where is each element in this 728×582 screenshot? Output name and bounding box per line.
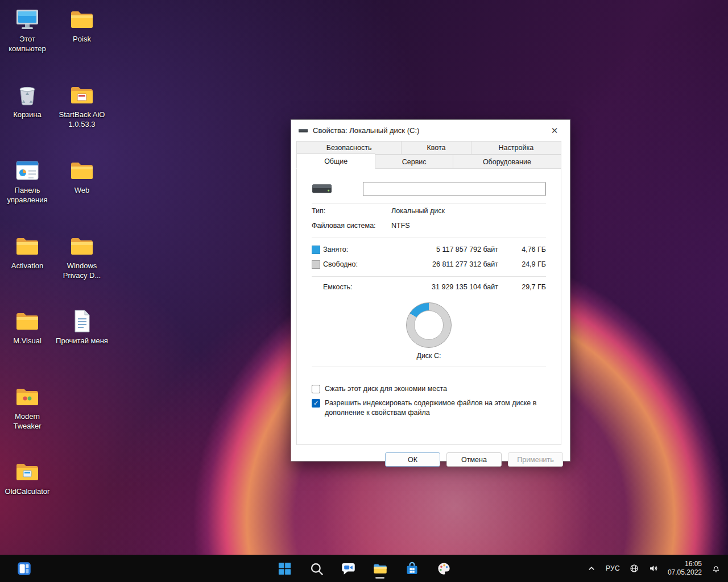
folder-icon [13, 383, 42, 410]
index-option-row[interactable]: Разрешить индексировать содержимое файло… [297, 398, 561, 417]
cancel-button[interactable]: Отмена [446, 452, 502, 467]
apply-button[interactable]: Применить [508, 452, 563, 467]
disk-usage-chart [406, 302, 452, 348]
desktop-icon-poisk[interactable]: Poisk [55, 6, 109, 44]
tab-strip-front: Общие Сервис Оборудование [296, 155, 561, 169]
store-button[interactable] [400, 557, 423, 580]
notification-center-button[interactable] [708, 557, 725, 580]
speaker-icon [648, 563, 659, 573]
general-tab-page: Тип: Локальный диск Файловая система: NT… [296, 168, 561, 445]
capacity-size: 29,7 ГБ [498, 283, 546, 291]
recycle-bin-icon [13, 81, 42, 109]
running-app-indicator [375, 577, 384, 579]
taskbar-clock[interactable]: 16:05 07.05.2022 [664, 560, 705, 577]
folder-icon [67, 232, 97, 260]
folder-icon [67, 6, 97, 33]
disk-usage-pie [406, 302, 452, 348]
tab-hardware[interactable]: Оборудование [453, 155, 561, 169]
desktop-icon-label: StartBack AiO 1.0.53.3 [55, 110, 109, 130]
search-button[interactable] [305, 557, 328, 580]
dialog-title: Свойства: Локальный диск (C:) [313, 126, 419, 135]
clock-date: 07.05.2022 [668, 568, 702, 577]
tab-quota[interactable]: Квота [402, 141, 471, 155]
chevron-up-icon [586, 563, 597, 573]
compress-checkbox[interactable] [312, 385, 320, 393]
search-icon [309, 561, 324, 576]
start-button[interactable] [273, 557, 296, 580]
network-button[interactable] [626, 557, 643, 580]
desktop-icon-windows-privacy[interactable]: Windows Privacy D... [55, 232, 109, 281]
tab-strip-back: Безопасность Квота Настройка [296, 141, 561, 155]
tab-general[interactable]: Общие [296, 153, 375, 169]
desktop-icon-startback[interactable]: StartBack AiO 1.0.53.3 [55, 81, 109, 130]
desktop-icon-label: Прочитай меня [55, 336, 109, 346]
windows-logo-icon [277, 561, 292, 576]
desktop-icon-modern-tweaker[interactable]: Modern Tweaker [0, 383, 55, 431]
tab-customize[interactable]: Настройка [471, 141, 561, 155]
desktop-icon-readme[interactable]: Прочитай меня [55, 307, 109, 346]
tab-security[interactable]: Безопасность [296, 141, 402, 155]
bell-icon [711, 563, 721, 573]
used-space-swatch [312, 246, 320, 254]
taskbar: РУС 16:05 07.05.2022 [0, 555, 728, 582]
desktop-icon-label: Modern Tweaker [0, 412, 55, 431]
document-icon [67, 307, 97, 335]
desktop-icon-label: M.Visual [0, 336, 55, 346]
desktop-icon-recycle-bin[interactable]: Корзина [0, 81, 55, 120]
separator [312, 238, 546, 238]
tray-overflow-button[interactable] [583, 557, 600, 580]
widgets-button[interactable] [13, 557, 35, 580]
control-panel-icon [13, 157, 42, 184]
dialog-button-row: ОК Отмена Применить [291, 445, 570, 467]
paint-button[interactable] [432, 557, 455, 580]
tab-tools[interactable]: Сервис [375, 155, 453, 169]
filesystem-label: Файловая система: [312, 222, 391, 230]
folder-icon [67, 157, 97, 184]
separator [312, 367, 546, 367]
dialog-titlebar[interactable]: Свойства: Локальный диск (C:) ✕ [291, 120, 570, 141]
store-icon [404, 561, 420, 576]
desktop-icon-label: Этот компьютер [0, 35, 55, 54]
computer-icon [13, 6, 42, 33]
folder-icon [13, 307, 42, 335]
desktop-icon-label: OldCalculator [0, 487, 55, 497]
desktop-icon-label: Панель управления [0, 186, 55, 205]
index-checkbox[interactable] [312, 399, 320, 408]
widgets-icon [16, 561, 32, 576]
file-explorer-button[interactable] [369, 557, 391, 580]
compress-option-row[interactable]: Сжать этот диск для экономии места [297, 384, 561, 393]
desktop-icon-activation[interactable]: Activation [0, 232, 55, 271]
properties-dialog: Свойства: Локальный диск (C:) ✕ Безопасн… [291, 119, 570, 462]
folder-icon [13, 232, 42, 260]
close-icon[interactable]: ✕ [545, 123, 564, 139]
desktop-icon-label: Activation [0, 261, 55, 271]
language-indicator[interactable]: РУС [602, 557, 623, 580]
desktop-icon-oldcalculator[interactable]: OldCalculator [0, 458, 55, 497]
desktop-icon-label: Web [55, 186, 109, 196]
type-value: Локальный диск [391, 207, 546, 215]
desktop-icon-this-pc[interactable]: Этот компьютер [0, 6, 55, 54]
used-size: 4,76 ГБ [498, 246, 546, 253]
used-bytes: 5 117 857 792 байт [378, 246, 498, 253]
chat-icon [341, 561, 356, 576]
capacity-bytes: 31 929 135 104 байт [378, 283, 498, 291]
compress-checkbox-label: Сжать этот диск для экономии места [325, 384, 447, 393]
drive-icon-large [312, 182, 332, 195]
volume-label-input[interactable] [363, 182, 546, 196]
desktop-icon-mvisual[interactable]: M.Visual [0, 307, 55, 346]
separator [312, 276, 546, 277]
file-explorer-icon [373, 561, 388, 576]
free-size: 24,9 ГБ [498, 260, 546, 268]
volume-button[interactable] [645, 557, 662, 580]
used-label: Занято: [323, 246, 378, 253]
desktop-icon-label: Poisk [55, 35, 109, 44]
desktop-icon-web[interactable]: Web [55, 157, 109, 196]
clock-time: 16:05 [668, 560, 702, 568]
desktop-icon-area: Этот компьютер Корзина Панель управления… [0, 0, 114, 555]
ok-button[interactable]: ОК [385, 452, 440, 467]
desktop-icon-label: Корзина [0, 110, 55, 120]
free-bytes: 26 811 277 312 байт [378, 260, 498, 268]
desktop-icon-label: Windows Privacy D... [55, 261, 109, 281]
desktop-icon-control-panel[interactable]: Панель управления [0, 157, 55, 205]
chat-button[interactable] [337, 557, 359, 580]
